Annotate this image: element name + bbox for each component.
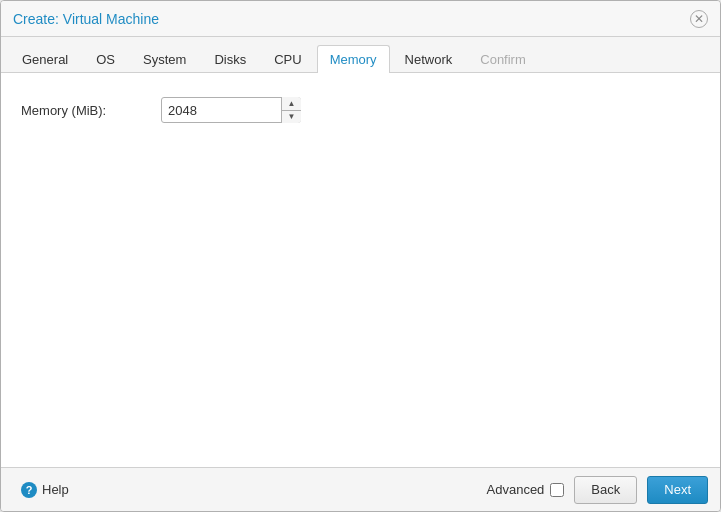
footer: ? Help Advanced Back Next (1, 467, 720, 511)
memory-spinner: ▲ ▼ (161, 97, 301, 123)
footer-right: Advanced Back Next (487, 476, 708, 504)
close-icon: ✕ (694, 13, 704, 25)
tab-memory[interactable]: Memory (317, 45, 390, 73)
up-arrow-icon: ▲ (288, 99, 296, 108)
memory-field-row: Memory (MiB): ▲ ▼ (21, 97, 700, 123)
title-bar: Create: Virtual Machine ✕ (1, 1, 720, 37)
close-button[interactable]: ✕ (690, 10, 708, 28)
spinner-up-button[interactable]: ▲ (282, 97, 301, 111)
memory-input[interactable] (161, 97, 301, 123)
memory-label: Memory (MiB): (21, 103, 161, 118)
create-vm-dialog: Create: Virtual Machine ✕ General OS Sys… (0, 0, 721, 512)
advanced-label: Advanced (487, 482, 545, 497)
footer-left: ? Help (13, 478, 487, 502)
spinner-buttons: ▲ ▼ (281, 97, 301, 123)
back-button[interactable]: Back (574, 476, 637, 504)
help-icon: ? (21, 482, 37, 498)
help-label: Help (42, 482, 69, 497)
tab-general[interactable]: General (9, 45, 81, 73)
tabs-bar: General OS System Disks CPU Memory Netwo… (1, 37, 720, 73)
tab-network[interactable]: Network (392, 45, 466, 73)
tab-confirm: Confirm (467, 45, 539, 73)
next-button[interactable]: Next (647, 476, 708, 504)
main-content: Memory (MiB): ▲ ▼ (1, 73, 720, 467)
dialog-title: Create: Virtual Machine (13, 11, 159, 27)
down-arrow-icon: ▼ (288, 112, 296, 121)
advanced-section: Advanced (487, 482, 565, 497)
tab-disks[interactable]: Disks (201, 45, 259, 73)
advanced-checkbox[interactable] (550, 483, 564, 497)
tab-os[interactable]: OS (83, 45, 128, 73)
tab-system[interactable]: System (130, 45, 199, 73)
spinner-down-button[interactable]: ▼ (282, 111, 301, 124)
help-button[interactable]: ? Help (13, 478, 77, 502)
tab-cpu[interactable]: CPU (261, 45, 314, 73)
